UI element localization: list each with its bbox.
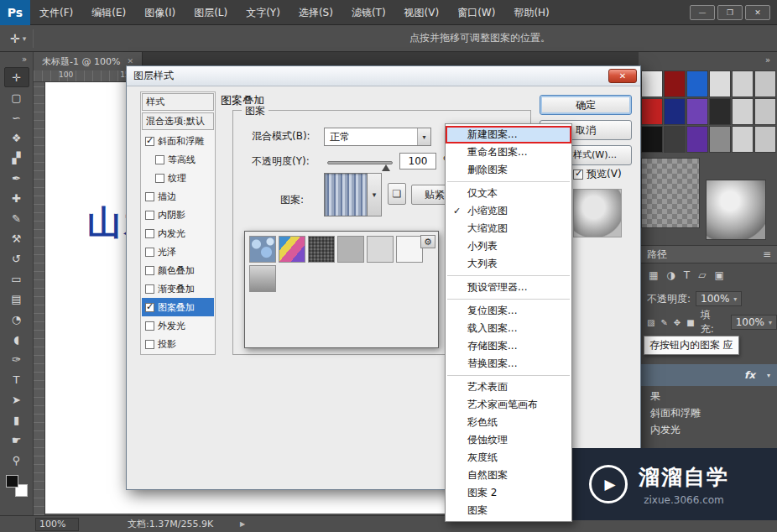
dialog-title-bar[interactable]: 图层样式 ✕ [127, 66, 640, 86]
context-menu-item[interactable]: 存储图案... [446, 337, 571, 355]
menubar-item[interactable]: 视图(V) [395, 0, 449, 25]
style-swatch[interactable] [686, 98, 708, 125]
style-checkbox[interactable] [145, 266, 154, 275]
pattern-thumb-weave[interactable] [308, 236, 335, 263]
style-checkbox[interactable] [155, 174, 164, 183]
chevron-down-icon[interactable]: ▾ [417, 128, 430, 145]
layer-effect-item[interactable]: 内发光 [639, 421, 777, 438]
shape-tool[interactable]: ▮ [4, 409, 29, 430]
style-swatch[interactable] [686, 70, 708, 97]
context-menu-item[interactable]: 侵蚀纹理 [446, 431, 571, 449]
style-swatch[interactable] [664, 126, 686, 153]
filter-pixel-layers-icon[interactable]: ▦ [649, 269, 658, 281]
path-selection-tool[interactable]: ➤ [4, 389, 29, 409]
toolbar-collapse-icon[interactable]: » [0, 52, 33, 67]
style-list-item[interactable]: 描边 [142, 187, 214, 206]
menubar-item[interactable]: 选择(S) [289, 0, 342, 25]
opacity-slider[interactable] [327, 161, 393, 164]
lock-position-icon[interactable]: ✥ [674, 318, 681, 327]
pattern-thumb-light[interactable] [367, 236, 394, 263]
move-tool[interactable]: ✛ [4, 67, 29, 87]
transparent-style-swatch[interactable] [641, 158, 700, 228]
style-swatch[interactable] [709, 98, 731, 125]
menubar-item[interactable]: 编辑(E) [82, 0, 135, 25]
style-swatch[interactable] [686, 126, 708, 153]
lock-image-icon[interactable]: ✎ [660, 318, 667, 327]
style-list-item[interactable]: 图案叠加 [142, 298, 214, 316]
context-menu-item[interactable]: 复位图案... [446, 302, 571, 320]
context-menu-item[interactable]: 图案 [446, 502, 571, 519]
lock-all-icon[interactable]: ■ [686, 318, 694, 327]
style-checkbox[interactable] [145, 321, 154, 331]
style-swatch[interactable] [709, 70, 731, 97]
healing-brush-tool[interactable]: ✚ [4, 188, 29, 208]
zoom-level-field[interactable]: 100% [35, 518, 79, 531]
style-preview-thumbnail[interactable] [706, 180, 766, 240]
minimize-button[interactable]: — [690, 5, 715, 20]
pen-tool[interactable]: ✑ [4, 349, 29, 369]
context-menu-item[interactable]: 大列表 [446, 255, 571, 273]
context-menu-item[interactable]: 艺术表面 [446, 378, 571, 396]
style-list-item[interactable]: 混合选项:默认 [142, 112, 214, 130]
context-menu-item[interactable]: 替换图案... [446, 355, 571, 373]
dialog-close-button[interactable]: ✕ [608, 69, 637, 83]
fx-expand-icon[interactable]: ▾ [767, 372, 770, 379]
menubar-item[interactable]: 窗口(W) [448, 0, 504, 25]
zoom-tool[interactable]: ⚲ [4, 450, 29, 470]
context-menu-item[interactable]: 预设管理器... [446, 279, 571, 296]
pattern-thumb-tiedye[interactable] [279, 236, 305, 263]
style-checkbox[interactable] [145, 137, 154, 146]
menubar-item[interactable]: 图层(L) [185, 0, 237, 25]
style-swatch[interactable] [732, 70, 754, 97]
style-list-item[interactable]: 内发光 [142, 224, 214, 243]
style-swatch[interactable] [641, 70, 663, 97]
new-pattern-preset-button[interactable]: ❏ [388, 183, 406, 205]
clone-stamp-tool[interactable]: ⚒ [4, 228, 29, 248]
style-swatch[interactable] [709, 126, 731, 153]
preview-checkbox[interactable] [573, 170, 583, 180]
style-swatch[interactable] [641, 126, 663, 153]
style-list-item[interactable]: 光泽 [142, 243, 214, 261]
context-menu-item[interactable]: 彩色纸 [446, 414, 571, 431]
style-checkbox[interactable] [145, 303, 154, 312]
layer-effect-item[interactable]: 果 [639, 388, 777, 404]
menubar-item[interactable]: 帮助(H) [504, 0, 558, 25]
status-arrow-icon[interactable]: ▶ [240, 520, 245, 528]
context-menu-item[interactable]: 灰度纸 [446, 449, 571, 467]
eraser-tool[interactable]: ▭ [4, 269, 29, 289]
slider-thumb[interactable] [382, 164, 390, 171]
style-list-item[interactable]: 颜色叠加 [142, 261, 214, 279]
style-list-item[interactable]: 渐变叠加 [142, 279, 214, 298]
ok-button[interactable]: 确定 [540, 95, 632, 115]
layer-fx-badge[interactable]: fx [744, 369, 755, 381]
eyedropper-tool[interactable]: ✒ [4, 168, 29, 188]
pattern-thumb-bubbles[interactable] [249, 236, 276, 263]
tool-preset-caret-icon[interactable]: ▾ [23, 34, 27, 43]
context-menu-item[interactable]: 自然图案 [446, 467, 571, 484]
context-menu-item[interactable]: 小列表 [446, 237, 571, 255]
tab-paths[interactable]: 路径 [647, 248, 667, 262]
style-checkbox[interactable] [145, 229, 154, 238]
foreground-color-chip[interactable] [6, 475, 18, 488]
style-swatch[interactable] [732, 98, 754, 125]
pattern-thumb-white[interactable] [396, 236, 423, 263]
style-checkbox[interactable] [155, 155, 164, 164]
panel-menu-icon[interactable]: ≡ [763, 248, 771, 260]
style-swatch[interactable] [732, 126, 754, 153]
style-list-item[interactable]: 样式 [142, 93, 214, 111]
history-brush-tool[interactable]: ↺ [4, 248, 29, 269]
context-menu-item[interactable]: 图案 2 [446, 484, 571, 502]
context-menu-item[interactable]: 小缩览图 [446, 202, 571, 220]
lock-transparency-icon[interactable]: ▨ [647, 318, 654, 327]
style-swatch[interactable] [754, 126, 776, 153]
opacity-input[interactable]: 100 [399, 153, 436, 170]
close-button[interactable]: ✕ [745, 5, 770, 20]
quick-selection-tool[interactable]: ❖ [4, 128, 29, 148]
context-menu-item[interactable]: 删除图案 [446, 161, 571, 179]
type-tool[interactable]: T [4, 369, 29, 389]
context-menu-item[interactable]: 艺术家画笔画布 [446, 396, 571, 414]
fill-value-dropdown[interactable]: 100% ▾ [731, 315, 777, 330]
gradient-tool[interactable]: ▤ [4, 289, 29, 309]
active-layer-row[interactable]: fx ▾ [639, 364, 777, 386]
menubar-item[interactable]: 滤镜(T) [342, 0, 395, 25]
